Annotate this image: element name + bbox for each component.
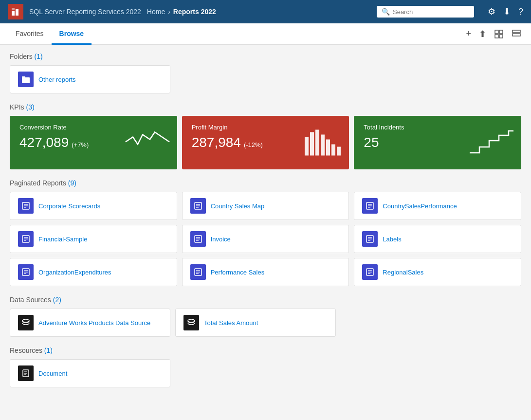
svg-rect-9 [22,76,25,77]
report-label: Labels [383,236,401,243]
tab-favorites[interactable]: Favorites [8,24,52,45]
kpi-profit-margin-value: 287,984 [192,135,241,150]
report-label: Corporate Scorecards [38,202,100,210]
datasource-total-sales-amount[interactable]: Total Sales Amount [175,309,336,337]
tile-view-button[interactable] [492,27,506,41]
report-regional-sales[interactable]: RegionalSales [354,258,521,286]
datasource-icon [183,315,199,330]
app-logo [8,4,23,19]
svg-point-55 [188,319,195,322]
report-icon [18,198,34,214]
folder-icon [18,72,34,87]
folders-grid: Other reports [10,65,521,93]
folder-other-reports[interactable]: Other reports [10,65,170,93]
svg-rect-13 [315,130,319,156]
kpi-conversion-rate-chart [126,128,169,158]
kpi-total-incidents-chart [470,128,513,157]
report-invoice[interactable]: Invoice [182,225,349,253]
report-performance-sales[interactable]: Performance Sales [182,258,349,286]
datasources-grid: Adventure Works Products Data Source Tot… [10,309,521,337]
report-organization-expenditures[interactable]: OrganizationExpenditures [10,258,177,286]
breadcrumb-home[interactable]: Home [147,8,165,16]
report-icon [18,231,34,247]
reports-grid: Corporate Scorecards Country Sales Map [10,192,521,286]
svg-rect-4 [499,30,503,34]
resource-document[interactable]: Document [10,359,170,387]
report-label: Performance Sales [211,269,265,276]
tab-browse[interactable]: Browse [52,24,92,45]
download-button[interactable]: ⬇ [503,6,511,17]
kpi-conversion-rate[interactable]: Conversion Rate 427,089 (+7%) [10,116,177,169]
report-label: RegionalSales [383,269,423,276]
svg-rect-5 [495,35,498,38]
header-actions: ⚙ ⬇ ? [488,6,523,17]
breadcrumb-current: Reports 2022 [173,8,216,16]
folder-label: Other reports [38,76,76,83]
resource-icon [18,365,34,381]
report-label: OrganizationExpenditures [38,269,111,276]
search-box[interactable]: 🔍 [377,6,474,18]
header: SQL Server Reporting Services 2022 Home … [0,0,531,23]
svg-rect-12 [310,132,314,156]
report-labels[interactable]: Labels [354,225,521,253]
report-label: CountrySalesPerformance [383,202,457,210]
kpi-total-incidents[interactable]: Total Incidents 25 [354,116,521,169]
settings-button[interactable]: ⚙ [488,6,495,17]
report-icon [190,231,206,247]
svg-rect-16 [331,145,335,156]
resource-label: Document [38,370,67,377]
data-sources-section-title: Data Sources (2) [10,296,521,304]
report-icon [18,264,34,280]
svg-point-54 [22,319,29,322]
kpis-grid: Conversion Rate 427,089 (+7%) Profit Mar… [10,116,521,169]
report-icon [362,231,378,247]
svg-rect-3 [495,30,498,34]
paginated-reports-section-title: Paginated Reports (9) [10,179,521,187]
kpi-profit-margin-change: (-12%) [244,141,263,148]
svg-rect-0 [12,11,15,16]
datasource-label: Adventure Works Products Data Source [38,319,150,327]
help-button[interactable]: ? [518,7,523,17]
resources-section-title: Resources (1) [10,347,521,354]
svg-rect-15 [326,140,330,156]
report-icon [190,264,206,280]
main-content: Folders (1) Other reports KPIs (3) Conve… [0,45,531,420]
datasource-adventure-works[interactable]: Adventure Works Products Data Source [10,309,170,337]
app-title: SQL Server Reporting Services 2022 [29,8,141,16]
report-icon [190,198,206,214]
svg-rect-1 [16,9,18,16]
search-icon: 🔍 [382,8,390,16]
kpi-profit-margin[interactable]: Profit Margin 287,984 (-12%) [182,116,349,169]
svg-rect-14 [321,135,325,156]
resources-grid: Document [10,359,521,387]
report-label: Financial-Sample [38,236,87,243]
breadcrumb: Home › Reports 2022 [147,8,216,16]
kpis-section-title: KPIs (3) [10,103,521,111]
report-label: Invoice [211,236,231,243]
report-icon [362,198,378,214]
nav-tabs: Favorites Browse + ⬆ [0,23,531,45]
svg-rect-2 [12,8,15,10]
detail-view-button[interactable] [510,27,523,41]
svg-rect-8 [513,34,520,36]
svg-rect-10 [22,77,30,83]
svg-rect-6 [499,35,503,38]
report-country-sales-map[interactable]: Country Sales Map [182,192,349,220]
report-financial-sample[interactable]: Financial-Sample [10,225,177,253]
svg-rect-7 [513,30,520,33]
breadcrumb-separator: › [168,8,170,16]
upload-button[interactable]: ⬆ [477,27,488,41]
report-label: Country Sales Map [211,202,265,210]
datasource-label: Total Sales Amount [204,319,258,327]
kpi-conversion-rate-value: 427,089 [19,135,69,150]
new-button[interactable]: + [464,27,473,41]
kpi-profit-margin-chart [302,128,341,158]
svg-rect-17 [337,147,341,156]
search-input[interactable] [393,8,469,16]
report-icon [362,264,378,280]
report-country-sales-performance[interactable]: CountrySalesPerformance [354,192,521,220]
datasource-icon [18,315,34,330]
report-corporate-scorecards[interactable]: Corporate Scorecards [10,192,177,220]
folders-section-title: Folders (1) [10,53,521,60]
kpi-conversion-rate-change: (+7%) [72,141,89,148]
